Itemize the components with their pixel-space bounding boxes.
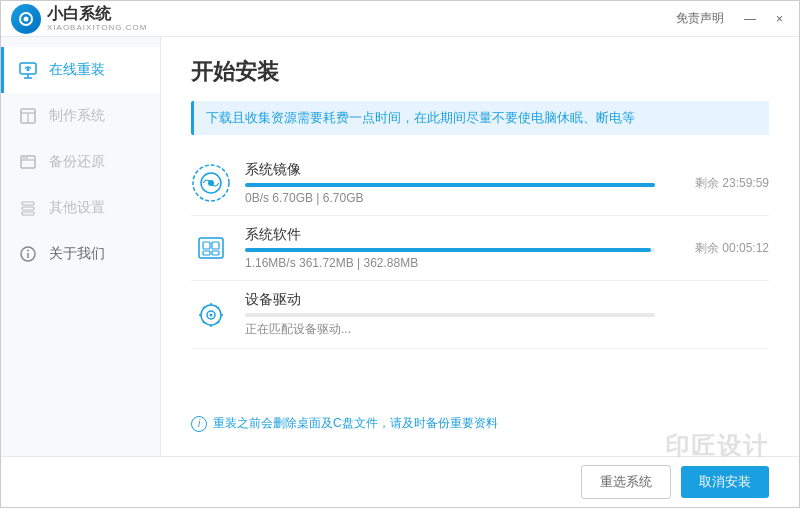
svg-point-10 [26,157,28,159]
make-system-icon [17,105,39,127]
device-driver-icon [191,295,231,335]
sidebar-item-other-settings: 其他设置 [1,185,160,231]
footer: 重选系统 取消安装 [1,456,799,507]
cancel-install-button[interactable]: 取消安装 [681,466,769,498]
disclaimer-button[interactable]: 免责声明 [670,8,730,29]
download-item-device-driver: 设备驱动 正在匹配设备驱动... [191,281,769,349]
about-us-icon [17,243,39,265]
system-software-progress-bar [245,248,655,252]
main-content: 在线重装 制作系统 [1,37,799,456]
svg-rect-11 [22,202,34,205]
svg-rect-23 [203,251,210,255]
device-driver-name: 设备驱动 [245,291,655,309]
minimize-button[interactable]: — [738,10,762,28]
sidebar-label-make-system: 制作系统 [49,107,105,125]
svg-rect-13 [22,212,34,215]
page-title: 开始安装 [191,57,769,87]
backup-restore-icon [17,151,39,173]
device-driver-info: 设备驱动 正在匹配设备驱动... [245,291,655,338]
titlebar: 小白系统 XIAOBAIXITONG.COM 免责声明 — × [1,1,799,37]
sidebar-label-backup-restore: 备份还原 [49,153,105,171]
sidebar-item-about-us[interactable]: 关于我们 [1,231,160,277]
system-image-time: 剩余 23:59:59 [669,175,769,192]
logo-area: 小白系统 XIAOBAIXITONG.COM [11,4,147,34]
svg-point-3 [27,68,30,71]
system-image-info: 系统镜像 0B/s 6.70GB | 6.70GB [245,161,655,205]
logo-inner-icon [19,12,33,26]
sidebar-item-backup-restore: 备份还原 [1,139,160,185]
system-image-icon [191,163,231,203]
main-window: 小白系统 XIAOBAIXITONG.COM 免责声明 — × [0,0,800,508]
svg-point-16 [27,250,29,252]
svg-point-27 [210,313,213,316]
download-item-system-image: 系统镜像 0B/s 6.70GB | 6.70GB 剩余 23:59:59 [191,151,769,216]
system-software-time: 剩余 00:05:12 [669,240,769,257]
system-image-name: 系统镜像 [245,161,655,179]
system-image-stats: 0B/s 6.70GB | 6.70GB [245,191,655,205]
system-software-info: 系统软件 1.16MB/s 361.72MB | 362.88MB [245,226,655,270]
warning-icon: i [191,416,207,432]
system-software-stats: 1.16MB/s 361.72MB | 362.88MB [245,256,655,270]
download-item-system-software: 系统软件 1.16MB/s 361.72MB | 362.88MB 剩余 00:… [191,216,769,281]
sidebar-item-online-reinstall[interactable]: 在线重装 [1,47,160,93]
svg-rect-22 [212,242,219,249]
titlebar-actions: 免责声明 — × [670,8,789,29]
close-button[interactable]: × [770,10,789,28]
warning-bar: i 重装之前会删除桌面及C盘文件，请及时备份重要资料 [191,405,769,436]
svg-rect-21 [203,242,210,249]
sidebar-label-online-reinstall: 在线重装 [49,61,105,79]
svg-rect-12 [22,207,34,210]
sidebar-label-other-settings: 其他设置 [49,199,105,217]
page-content: 开始安装 下载且收集资源需要耗费一点时间，在此期间尽量不要使电脑休眠、断电等 [161,37,799,456]
reselect-button[interactable]: 重选系统 [581,465,671,499]
device-driver-stats: 正在匹配设备驱动... [245,321,655,338]
device-driver-progress-bar [245,313,655,317]
online-reinstall-icon [17,59,39,81]
logo-text-area: 小白系统 XIAOBAIXITONG.COM [47,6,147,32]
sidebar-item-make-system: 制作系统 [1,93,160,139]
system-software-icon [191,228,231,268]
logo-icon [11,4,41,34]
system-image-progress-bar [245,183,655,187]
system-software-name: 系统软件 [245,226,655,244]
download-list: 系统镜像 0B/s 6.70GB | 6.70GB 剩余 23:59:59 [191,151,769,405]
logo-title: 小白系统 [47,6,147,22]
system-image-progress-fill [245,183,655,187]
svg-rect-24 [212,251,219,255]
warning-text: 重装之前会删除桌面及C盘文件，请及时备份重要资料 [213,415,498,432]
svg-point-9 [23,157,25,159]
notice-bar: 下载且收集资源需要耗费一点时间，在此期间尽量不要使电脑休眠、断电等 [191,101,769,135]
sidebar: 在线重装 制作系统 [1,37,161,456]
sidebar-label-about-us: 关于我们 [49,245,105,263]
system-software-progress-fill [245,248,651,252]
other-settings-icon [17,197,39,219]
logo-subtitle: XIAOBAIXITONG.COM [47,24,147,32]
